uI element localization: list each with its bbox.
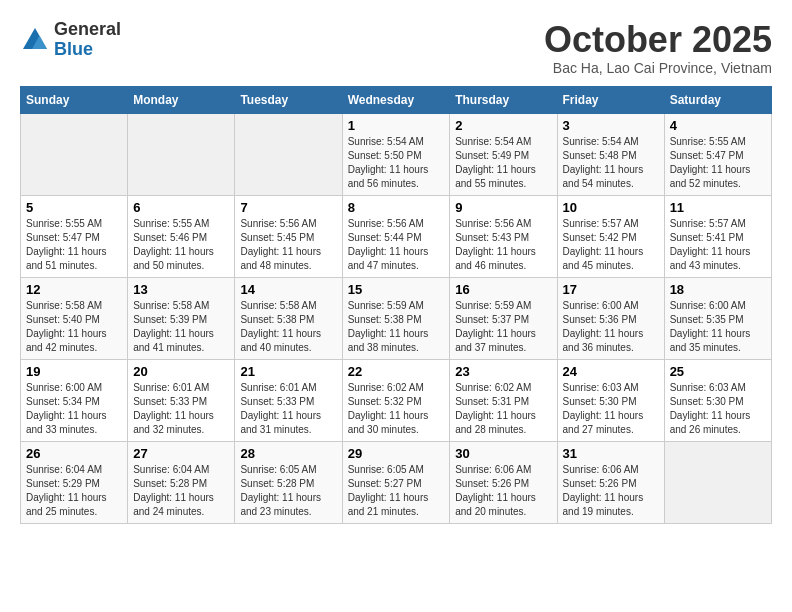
day-info: Sunrise: 5:56 AM Sunset: 5:45 PM Dayligh… (240, 217, 336, 273)
day-info: Sunrise: 6:02 AM Sunset: 5:31 PM Dayligh… (455, 381, 551, 437)
day-number: 22 (348, 364, 445, 379)
day-number: 30 (455, 446, 551, 461)
week-row-2: 5 Sunrise: 5:55 AM Sunset: 5:47 PM Dayli… (21, 195, 772, 277)
day-info: Sunrise: 6:06 AM Sunset: 5:26 PM Dayligh… (455, 463, 551, 519)
day-info: Sunrise: 5:54 AM Sunset: 5:49 PM Dayligh… (455, 135, 551, 191)
day-number: 31 (563, 446, 659, 461)
week-row-4: 19 Sunrise: 6:00 AM Sunset: 5:34 PM Dayl… (21, 359, 772, 441)
day-info: Sunrise: 6:00 AM Sunset: 5:35 PM Dayligh… (670, 299, 766, 355)
calendar-cell: 27 Sunrise: 6:04 AM Sunset: 5:28 PM Dayl… (128, 441, 235, 523)
calendar-cell: 12 Sunrise: 5:58 AM Sunset: 5:40 PM Dayl… (21, 277, 128, 359)
day-info: Sunrise: 6:03 AM Sunset: 5:30 PM Dayligh… (563, 381, 659, 437)
calendar-cell: 25 Sunrise: 6:03 AM Sunset: 5:30 PM Dayl… (664, 359, 771, 441)
week-row-1: 1 Sunrise: 5:54 AM Sunset: 5:50 PM Dayli… (21, 113, 772, 195)
day-info: Sunrise: 5:54 AM Sunset: 5:50 PM Dayligh… (348, 135, 445, 191)
title-block: October 2025 Bac Ha, Lao Cai Province, V… (544, 20, 772, 76)
calendar-cell: 4 Sunrise: 5:55 AM Sunset: 5:47 PM Dayli… (664, 113, 771, 195)
day-info: Sunrise: 6:05 AM Sunset: 5:27 PM Dayligh… (348, 463, 445, 519)
day-number: 21 (240, 364, 336, 379)
day-number: 6 (133, 200, 229, 215)
calendar-cell: 20 Sunrise: 6:01 AM Sunset: 5:33 PM Dayl… (128, 359, 235, 441)
day-number: 19 (26, 364, 122, 379)
calendar-cell: 19 Sunrise: 6:00 AM Sunset: 5:34 PM Dayl… (21, 359, 128, 441)
header-tuesday: Tuesday (235, 86, 342, 113)
logo-text: General Blue (54, 20, 121, 60)
calendar-table: SundayMondayTuesdayWednesdayThursdayFrid… (20, 86, 772, 524)
day-info: Sunrise: 5:58 AM Sunset: 5:39 PM Dayligh… (133, 299, 229, 355)
day-number: 27 (133, 446, 229, 461)
header-thursday: Thursday (450, 86, 557, 113)
day-number: 10 (563, 200, 659, 215)
day-number: 11 (670, 200, 766, 215)
calendar-header-row: SundayMondayTuesdayWednesdayThursdayFrid… (21, 86, 772, 113)
calendar-cell: 28 Sunrise: 6:05 AM Sunset: 5:28 PM Dayl… (235, 441, 342, 523)
day-number: 20 (133, 364, 229, 379)
day-info: Sunrise: 6:04 AM Sunset: 5:28 PM Dayligh… (133, 463, 229, 519)
day-number: 14 (240, 282, 336, 297)
day-number: 28 (240, 446, 336, 461)
day-info: Sunrise: 5:56 AM Sunset: 5:44 PM Dayligh… (348, 217, 445, 273)
day-info: Sunrise: 6:00 AM Sunset: 5:34 PM Dayligh… (26, 381, 122, 437)
day-info: Sunrise: 5:56 AM Sunset: 5:43 PM Dayligh… (455, 217, 551, 273)
day-number: 1 (348, 118, 445, 133)
day-info: Sunrise: 6:05 AM Sunset: 5:28 PM Dayligh… (240, 463, 336, 519)
calendar-cell: 22 Sunrise: 6:02 AM Sunset: 5:32 PM Dayl… (342, 359, 450, 441)
header-saturday: Saturday (664, 86, 771, 113)
logo: General Blue (20, 20, 121, 60)
week-row-3: 12 Sunrise: 5:58 AM Sunset: 5:40 PM Dayl… (21, 277, 772, 359)
calendar-cell: 1 Sunrise: 5:54 AM Sunset: 5:50 PM Dayli… (342, 113, 450, 195)
calendar-cell: 14 Sunrise: 5:58 AM Sunset: 5:38 PM Dayl… (235, 277, 342, 359)
calendar-cell: 8 Sunrise: 5:56 AM Sunset: 5:44 PM Dayli… (342, 195, 450, 277)
header-monday: Monday (128, 86, 235, 113)
day-number: 16 (455, 282, 551, 297)
calendar-cell: 23 Sunrise: 6:02 AM Sunset: 5:31 PM Dayl… (450, 359, 557, 441)
day-info: Sunrise: 6:06 AM Sunset: 5:26 PM Dayligh… (563, 463, 659, 519)
day-info: Sunrise: 5:58 AM Sunset: 5:40 PM Dayligh… (26, 299, 122, 355)
day-info: Sunrise: 6:00 AM Sunset: 5:36 PM Dayligh… (563, 299, 659, 355)
header-sunday: Sunday (21, 86, 128, 113)
day-info: Sunrise: 5:59 AM Sunset: 5:38 PM Dayligh… (348, 299, 445, 355)
day-number: 7 (240, 200, 336, 215)
day-info: Sunrise: 5:55 AM Sunset: 5:46 PM Dayligh… (133, 217, 229, 273)
location-text: Bac Ha, Lao Cai Province, Vietnam (544, 60, 772, 76)
day-info: Sunrise: 5:57 AM Sunset: 5:41 PM Dayligh… (670, 217, 766, 273)
calendar-cell: 18 Sunrise: 6:00 AM Sunset: 5:35 PM Dayl… (664, 277, 771, 359)
calendar-cell: 6 Sunrise: 5:55 AM Sunset: 5:46 PM Dayli… (128, 195, 235, 277)
day-info: Sunrise: 5:54 AM Sunset: 5:48 PM Dayligh… (563, 135, 659, 191)
calendar-cell (21, 113, 128, 195)
calendar-cell: 10 Sunrise: 5:57 AM Sunset: 5:42 PM Dayl… (557, 195, 664, 277)
day-info: Sunrise: 6:01 AM Sunset: 5:33 PM Dayligh… (240, 381, 336, 437)
page-header: General Blue October 2025 Bac Ha, Lao Ca… (20, 20, 772, 76)
calendar-cell: 31 Sunrise: 6:06 AM Sunset: 5:26 PM Dayl… (557, 441, 664, 523)
day-number: 26 (26, 446, 122, 461)
day-number: 8 (348, 200, 445, 215)
calendar-cell (664, 441, 771, 523)
calendar-cell: 7 Sunrise: 5:56 AM Sunset: 5:45 PM Dayli… (235, 195, 342, 277)
day-info: Sunrise: 5:55 AM Sunset: 5:47 PM Dayligh… (26, 217, 122, 273)
month-title: October 2025 (544, 20, 772, 60)
calendar-cell: 24 Sunrise: 6:03 AM Sunset: 5:30 PM Dayl… (557, 359, 664, 441)
day-number: 29 (348, 446, 445, 461)
calendar-cell: 17 Sunrise: 6:00 AM Sunset: 5:36 PM Dayl… (557, 277, 664, 359)
calendar-cell: 30 Sunrise: 6:06 AM Sunset: 5:26 PM Dayl… (450, 441, 557, 523)
calendar-cell (235, 113, 342, 195)
day-info: Sunrise: 5:59 AM Sunset: 5:37 PM Dayligh… (455, 299, 551, 355)
calendar-cell: 9 Sunrise: 5:56 AM Sunset: 5:43 PM Dayli… (450, 195, 557, 277)
calendar-cell: 21 Sunrise: 6:01 AM Sunset: 5:33 PM Dayl… (235, 359, 342, 441)
day-info: Sunrise: 6:03 AM Sunset: 5:30 PM Dayligh… (670, 381, 766, 437)
calendar-cell: 3 Sunrise: 5:54 AM Sunset: 5:48 PM Dayli… (557, 113, 664, 195)
calendar-cell: 29 Sunrise: 6:05 AM Sunset: 5:27 PM Dayl… (342, 441, 450, 523)
calendar-cell: 5 Sunrise: 5:55 AM Sunset: 5:47 PM Dayli… (21, 195, 128, 277)
day-number: 23 (455, 364, 551, 379)
logo-icon (20, 25, 50, 55)
calendar-cell: 15 Sunrise: 5:59 AM Sunset: 5:38 PM Dayl… (342, 277, 450, 359)
day-info: Sunrise: 6:04 AM Sunset: 5:29 PM Dayligh… (26, 463, 122, 519)
day-number: 2 (455, 118, 551, 133)
day-number: 15 (348, 282, 445, 297)
day-info: Sunrise: 5:57 AM Sunset: 5:42 PM Dayligh… (563, 217, 659, 273)
logo-blue-text: Blue (54, 40, 121, 60)
day-info: Sunrise: 6:02 AM Sunset: 5:32 PM Dayligh… (348, 381, 445, 437)
day-info: Sunrise: 5:58 AM Sunset: 5:38 PM Dayligh… (240, 299, 336, 355)
day-number: 24 (563, 364, 659, 379)
calendar-cell: 16 Sunrise: 5:59 AM Sunset: 5:37 PM Dayl… (450, 277, 557, 359)
